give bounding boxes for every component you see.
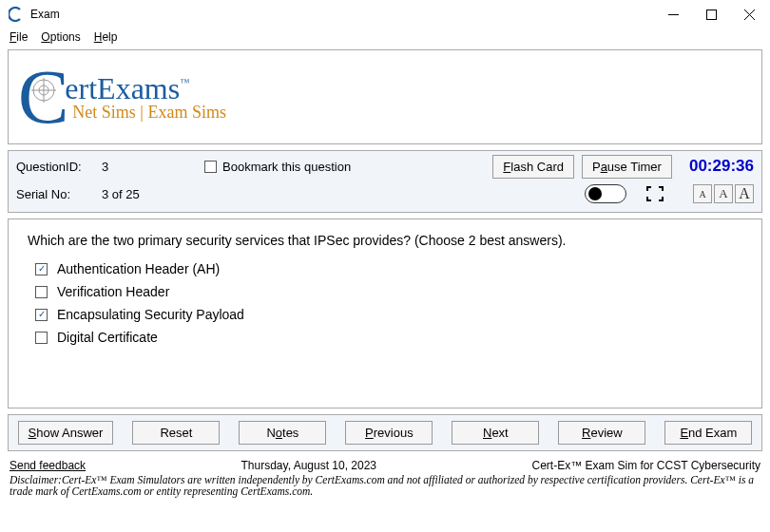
answer-option-text: Digital Certificate xyxy=(57,330,158,345)
answer-option-text: Verification Header xyxy=(57,284,169,299)
answer-option-1[interactable]: Verification Header xyxy=(35,284,742,299)
logo-text-sub: Net Sims | Exam Sims xyxy=(72,103,226,123)
timer-display: 00:29:36 xyxy=(689,157,754,176)
question-id-value: 3 xyxy=(102,160,197,174)
serial-no-label: Serial No: xyxy=(16,187,102,201)
menu-help[interactable]: Help xyxy=(94,30,118,44)
theme-toggle[interactable] xyxy=(585,184,626,203)
menu-file[interactable]: File xyxy=(10,30,28,44)
logo-panel: C ertExams™ Net Sims | Exam Sims xyxy=(8,49,762,144)
menubar: File Options Help xyxy=(0,28,770,48)
answer-option-0[interactable]: ✓Authentication Header (AH) xyxy=(35,261,742,276)
font-size-small[interactable]: A xyxy=(693,184,712,203)
footer-date: Thursday, August 10, 2023 xyxy=(86,459,531,472)
footer-product: Cert-Ex™ Exam Sim for CCST Cybersecurity xyxy=(532,459,761,472)
checkbox-icon: ✓ xyxy=(35,263,48,276)
logo-target-icon xyxy=(31,78,56,103)
question-text: Which are the two primary security servi… xyxy=(28,233,742,248)
font-size-medium[interactable]: A xyxy=(714,184,733,203)
menu-options[interactable]: Options xyxy=(41,30,80,44)
bookmark-label: Bookmark this question xyxy=(222,160,351,174)
answer-option-2[interactable]: ✓Encapsulating Security Payload xyxy=(35,307,742,322)
svg-rect-1 xyxy=(706,10,716,19)
serial-no-value: 3 of 25 xyxy=(102,187,197,201)
review-button[interactable]: Review xyxy=(558,421,645,445)
previous-button[interactable]: Previous xyxy=(345,421,433,445)
checkbox-icon: ✓ xyxy=(35,309,48,321)
disclaimer-text: Disclaimer:Cert-Ex™ Exam Simulators are … xyxy=(0,474,770,501)
pause-timer-button[interactable]: Pause Timer xyxy=(582,155,672,179)
show-answer-button[interactable]: Show Answer xyxy=(18,421,114,445)
send-feedback-link[interactable]: Send feedback xyxy=(10,459,86,472)
checkbox-icon xyxy=(35,286,48,298)
answer-option-text: Encapsulating Security Payload xyxy=(57,307,244,322)
maximize-button[interactable] xyxy=(692,1,730,28)
font-size-large[interactable]: A xyxy=(735,184,754,203)
answer-option-text: Authentication Header (AH) xyxy=(57,261,220,276)
end-exam-button[interactable]: End Exam xyxy=(664,421,752,445)
close-button[interactable] xyxy=(730,1,768,28)
window-title: Exam xyxy=(30,8,654,21)
logo-text-main: ertExams™ xyxy=(65,71,226,106)
flash-card-button[interactable]: Flash Card xyxy=(492,155,574,179)
app-icon xyxy=(8,6,25,23)
bottom-button-bar: Show Answer Reset Notes Previous Next Re… xyxy=(8,414,762,451)
checkbox-icon xyxy=(204,161,217,173)
notes-button[interactable]: Notes xyxy=(239,421,326,445)
minimize-button[interactable] xyxy=(654,1,692,28)
checkbox-icon xyxy=(35,332,48,344)
info-panel: QuestionID: 3 Bookmark this question Fla… xyxy=(8,150,762,213)
bookmark-checkbox[interactable]: Bookmark this question xyxy=(204,160,351,174)
question-panel: Which are the two primary security servi… xyxy=(8,218,762,408)
next-button[interactable]: Next xyxy=(452,421,539,445)
footer-row: Send feedback Thursday, August 10, 2023 … xyxy=(0,457,770,474)
reset-button[interactable]: Reset xyxy=(132,421,220,445)
answer-option-3[interactable]: Digital Certificate xyxy=(35,330,742,345)
fullscreen-button[interactable] xyxy=(644,184,666,203)
question-id-label: QuestionID: xyxy=(16,160,102,174)
titlebar: Exam xyxy=(0,0,770,28)
